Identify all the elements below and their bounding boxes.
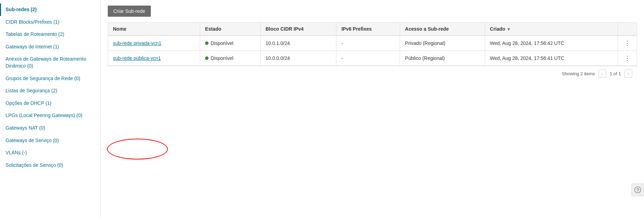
subnet-name-link[interactable]: sub-rede privada-vcn1 <box>113 40 161 46</box>
row-actions-menu[interactable]: ⋮ <box>623 55 632 62</box>
table-row: sub-rede privada-vcn1Disponível10.0.1.0/… <box>108 36 637 51</box>
status-text: Disponível <box>211 55 233 61</box>
col-header-criado-label: Criado <box>490 26 505 32</box>
row-actions-menu[interactable]: ⋮ <box>623 40 632 47</box>
help-icon: ? <box>634 186 641 193</box>
sort-arrow-icon: ▼ <box>507 27 511 32</box>
sidebar-item-grupos-seguranca[interactable]: Grupos de Segurança de Rede (0) <box>0 72 100 85</box>
showing-label: Showing 2 items <box>562 71 595 76</box>
ipv6-prefix: - <box>336 36 400 51</box>
page-info: 1 of 1 <box>610 71 621 76</box>
col-header-criado[interactable]: Criado ▼ <box>485 23 618 36</box>
status-text: Disponível <box>211 40 233 46</box>
cidr-block: 10.0.1.0/24 <box>260 36 336 51</box>
col-header-acesso: Acesso a Sub-rede <box>400 23 485 36</box>
sidebar-item-listas-seguranca[interactable]: Listas de Segurança (2) <box>0 85 100 97</box>
sidebar: Sub-redes (2)CIDR Blocks/Prefixes (1)Tab… <box>0 0 101 217</box>
col-header-nome: Nome <box>108 23 200 36</box>
sidebar-item-gateways-servico[interactable]: Gateways de Serviço (0) <box>0 134 100 147</box>
sidebar-item-solicitacoes-servico[interactable]: Solicitações de Serviço (0) <box>0 159 100 172</box>
created-date: Wed, Aug 28, 2024, 17:56:42 UTC <box>485 36 618 51</box>
create-subnet-button[interactable]: Criar Sub-rede <box>108 6 151 17</box>
col-header-estado: Estado <box>200 23 261 36</box>
main-content: Criar Sub-rede Nome Estado Bloco CIDR IP… <box>101 0 644 217</box>
sidebar-item-cidr-blocks[interactable]: CIDR Blocks/Prefixes (1) <box>0 16 100 29</box>
status-dot-icon <box>205 56 209 60</box>
col-header-bloco-cidr: Bloco CIDR IPv4 <box>260 23 336 36</box>
subnet-access: Público (Regional) <box>400 51 485 66</box>
sidebar-item-vlans[interactable]: VLANs (-) <box>0 147 100 159</box>
sidebar-item-sub-redes[interactable]: Sub-redes (2) <box>0 3 100 16</box>
col-header-actions <box>618 23 637 36</box>
pagination-row: Showing 2 items ‹ 1 of 1 › <box>108 66 637 81</box>
col-header-ipv6: IPv6 Prefixes <box>336 23 400 36</box>
subnet-name-link[interactable]: sub-rede pública-vcn1 <box>113 55 161 61</box>
table-header-row: Nome Estado Bloco CIDR IPv4 IPv6 Prefixe… <box>108 23 637 36</box>
prev-page-button[interactable]: ‹ <box>598 70 606 78</box>
sidebar-item-gateways-internet[interactable]: Gateways de Internet (1) <box>0 41 100 53</box>
table-row: sub-rede pública-vcn1Disponível10.0.0.0/… <box>108 51 637 66</box>
svg-text:?: ? <box>636 187 639 193</box>
sidebar-item-opcoes-dhcp[interactable]: Opções de DHCP (1) <box>0 97 100 110</box>
cidr-block: 10.0.0.0/24 <box>260 51 336 66</box>
sidebar-item-tabelas-roteamento[interactable]: Tabelas de Roteamento (2) <box>0 28 100 41</box>
help-button[interactable]: ? <box>631 184 644 196</box>
status-dot-icon <box>205 41 209 45</box>
annotation-circle <box>107 139 168 160</box>
sidebar-item-anexos-gateways[interactable]: Anexos de Gateways de Roteamento Dinâmic… <box>0 53 100 72</box>
ipv6-prefix: - <box>336 51 400 66</box>
subnet-access: Privado (Regional) <box>400 36 485 51</box>
created-date: Wed, Aug 28, 2024, 17:56:41 UTC <box>485 51 618 66</box>
sidebar-item-lpgs[interactable]: LPGs (Local Peering Gateways) (0) <box>0 109 100 122</box>
next-page-button[interactable]: › <box>625 70 632 78</box>
sidebar-item-gateways-nat[interactable]: Gateways NAT (0) <box>0 122 100 134</box>
subnets-table: Nome Estado Bloco CIDR IPv4 IPv6 Prefixe… <box>108 22 637 66</box>
